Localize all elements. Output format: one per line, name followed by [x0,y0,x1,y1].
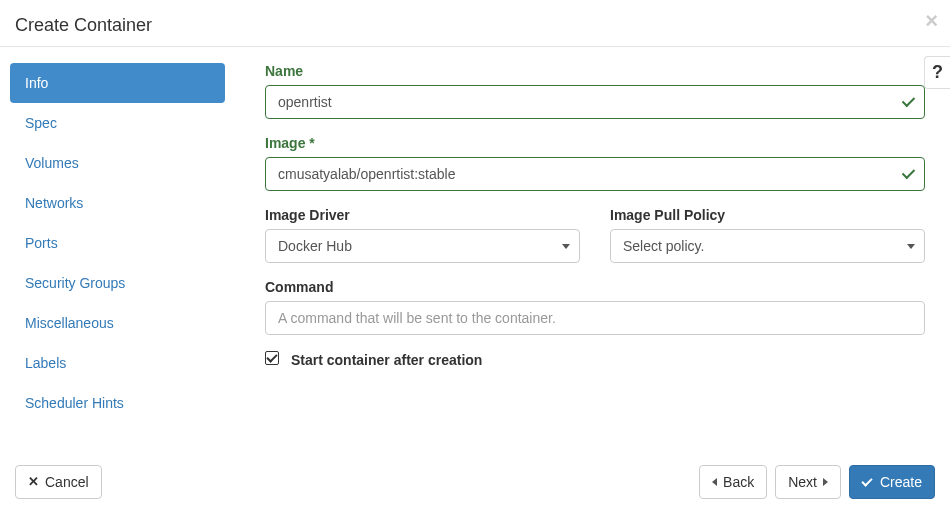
image-driver-label: Image Driver [265,207,580,223]
start-after-checkbox-row[interactable]: Start container after creation [265,351,925,368]
name-label: Name [265,63,925,79]
sidebar-item-miscellaneous[interactable]: Miscellaneous [10,303,225,343]
sidebar: Info Spec Volumes Networks Ports Securit… [10,63,225,423]
sidebar-item-label: Scheduler Hints [25,395,124,411]
sidebar-item-label: Ports [25,235,58,251]
modal-footer: ✕ Cancel Back Next Create [0,453,950,511]
back-button-label: Back [723,472,754,492]
help-tab[interactable]: ? [924,56,950,89]
image-pull-policy-select[interactable]: Select policy. [610,229,925,263]
sidebar-item-ports[interactable]: Ports [10,223,225,263]
start-after-label: Start container after creation [291,352,482,368]
question-icon: ? [932,62,943,83]
create-button[interactable]: Create [849,465,935,499]
valid-check-icon [903,94,915,111]
sidebar-item-scheduler-hints[interactable]: Scheduler Hints [10,383,225,423]
image-pull-policy-label: Image Pull Policy [610,207,925,223]
next-button-label: Next [788,472,817,492]
back-button[interactable]: Back [699,465,767,499]
sidebar-item-label: Miscellaneous [25,315,114,331]
required-asterisk-icon: * [309,135,314,151]
sidebar-item-networks[interactable]: Networks [10,183,225,223]
form-main: Name Image * Image Driver Docker Hub [225,63,935,423]
check-icon [862,476,874,488]
sidebar-item-labels[interactable]: Labels [10,343,225,383]
valid-check-icon [903,166,915,183]
cancel-button[interactable]: ✕ Cancel [15,465,102,499]
x-icon: ✕ [28,473,39,492]
next-button[interactable]: Next [775,465,841,499]
command-label: Command [265,279,925,295]
image-input[interactable] [265,157,925,191]
form-group-name: Name [265,63,925,119]
chevron-right-icon [823,478,828,486]
image-driver-select[interactable]: Docker Hub [265,229,580,263]
name-input[interactable] [265,85,925,119]
sidebar-item-label: Spec [25,115,57,131]
sidebar-item-label: Volumes [25,155,79,171]
sidebar-item-label: Labels [25,355,66,371]
cancel-button-label: Cancel [45,472,89,492]
command-input[interactable] [265,301,925,335]
sidebar-item-label: Networks [25,195,83,211]
chevron-left-icon [712,478,717,486]
close-icon[interactable]: × [925,10,938,32]
form-group-command: Command [265,279,925,335]
form-group-image-driver: Image Driver Docker Hub [265,207,580,263]
image-label: Image * [265,135,925,151]
checkbox-checked-icon [265,351,281,368]
image-label-text: Image [265,135,305,151]
sidebar-item-volumes[interactable]: Volumes [10,143,225,183]
create-button-label: Create [880,472,922,492]
sidebar-item-label: Security Groups [25,275,125,291]
sidebar-item-info[interactable]: Info [10,63,225,103]
modal-header: Create Container × [0,0,950,47]
sidebar-item-security-groups[interactable]: Security Groups [10,263,225,303]
modal-body: Info Spec Volumes Networks Ports Securit… [0,47,950,443]
sidebar-item-spec[interactable]: Spec [10,103,225,143]
form-group-image-pull-policy: Image Pull Policy Select policy. [610,207,925,263]
modal-title: Create Container [15,15,935,36]
sidebar-item-label: Info [25,75,48,91]
form-group-image: Image * [265,135,925,191]
